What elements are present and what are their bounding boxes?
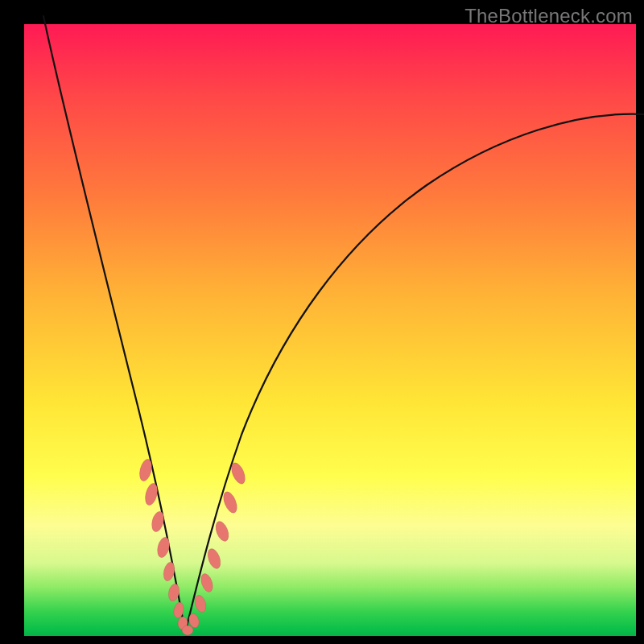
plot-area: [24, 24, 636, 636]
bead: [221, 489, 239, 514]
bead: [193, 594, 208, 614]
bead: [150, 510, 166, 534]
bead: [162, 561, 176, 582]
bead: [205, 547, 223, 570]
chart-frame: TheBottleneck.com: [0, 0, 644, 644]
bead-cluster: [138, 458, 248, 635]
bead: [199, 572, 215, 594]
curve-svg: [24, 24, 636, 636]
curve-right-branch: [185, 114, 644, 633]
bead: [213, 519, 231, 543]
bead: [155, 536, 171, 559]
v-curve: [43, 16, 644, 633]
watermark-text: TheBottleneck.com: [464, 5, 633, 27]
bead: [182, 625, 193, 635]
